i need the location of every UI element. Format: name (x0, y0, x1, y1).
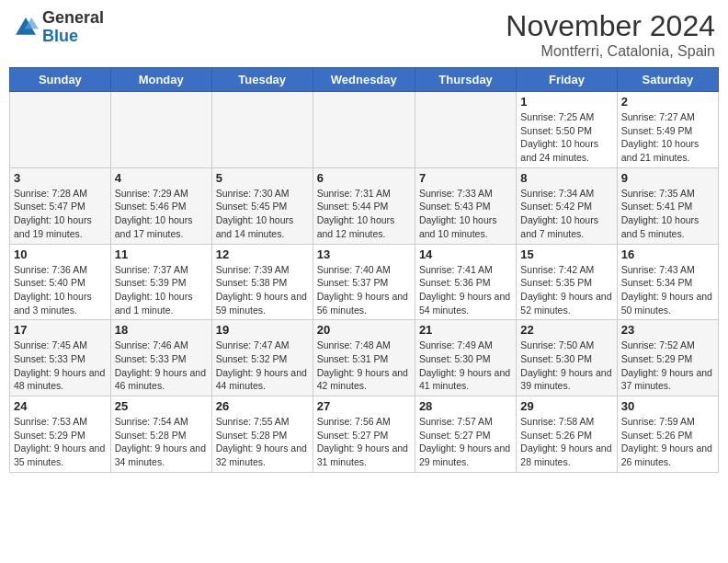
calendar-day-cell (110, 92, 211, 168)
calendar-day-header: Tuesday (211, 68, 313, 92)
day-info: Sunrise: 7:36 AM Sunset: 5:40 PM Dayligh… (14, 263, 107, 317)
day-info: Sunrise: 7:41 AM Sunset: 5:36 PM Dayligh… (419, 263, 512, 317)
calendar-week-row: 10Sunrise: 7:36 AM Sunset: 5:40 PM Dayli… (10, 244, 719, 320)
day-info: Sunrise: 7:37 AM Sunset: 5:39 PM Dayligh… (115, 263, 208, 317)
calendar-day-cell: 18Sunrise: 7:46 AM Sunset: 5:33 PM Dayli… (110, 320, 211, 396)
day-number: 14 (419, 247, 512, 261)
day-info: Sunrise: 7:58 AM Sunset: 5:26 PM Dayligh… (520, 415, 612, 469)
logo: General Blue (13, 9, 104, 46)
day-number: 18 (115, 323, 208, 337)
calendar-day-header: Friday (517, 68, 617, 92)
day-number: 21 (419, 323, 512, 337)
calendar-day-cell: 15Sunrise: 7:42 AM Sunset: 5:35 PM Dayli… (517, 244, 617, 320)
day-number: 7 (419, 171, 512, 185)
calendar-day-cell (211, 92, 313, 168)
calendar-day-cell: 10Sunrise: 7:36 AM Sunset: 5:40 PM Dayli… (10, 244, 111, 320)
calendar-week-row: 24Sunrise: 7:53 AM Sunset: 5:29 PM Dayli… (10, 396, 719, 473)
page-header: General Blue November 2024 Montferri, Ca… (9, 9, 719, 60)
day-info: Sunrise: 7:35 AM Sunset: 5:41 PM Dayligh… (621, 187, 714, 241)
calendar-day-cell: 9Sunrise: 7:35 AM Sunset: 5:41 PM Daylig… (617, 167, 718, 244)
day-info: Sunrise: 7:57 AM Sunset: 5:27 PM Dayligh… (419, 415, 512, 469)
calendar-day-header: Wednesday (313, 68, 415, 92)
day-info: Sunrise: 7:46 AM Sunset: 5:33 PM Dayligh… (115, 339, 208, 393)
day-info: Sunrise: 7:54 AM Sunset: 5:28 PM Dayligh… (115, 415, 208, 469)
calendar-day-cell: 30Sunrise: 7:59 AM Sunset: 5:26 PM Dayli… (617, 396, 718, 473)
logo-blue-text: Blue (42, 28, 104, 46)
day-number: 3 (14, 171, 107, 185)
day-number: 19 (216, 323, 309, 337)
day-number: 12 (216, 247, 309, 261)
day-number: 17 (14, 323, 107, 337)
day-info: Sunrise: 7:56 AM Sunset: 5:27 PM Dayligh… (317, 415, 411, 469)
day-info: Sunrise: 7:47 AM Sunset: 5:32 PM Dayligh… (216, 339, 309, 393)
day-number: 25 (115, 399, 208, 413)
day-info: Sunrise: 7:31 AM Sunset: 5:44 PM Dayligh… (317, 187, 411, 241)
calendar-day-cell: 1Sunrise: 7:25 AM Sunset: 5:50 PM Daylig… (517, 92, 617, 168)
day-number: 26 (216, 399, 309, 413)
day-number: 22 (520, 323, 612, 337)
calendar-week-row: 3Sunrise: 7:28 AM Sunset: 5:47 PM Daylig… (10, 167, 719, 244)
calendar-day-cell: 8Sunrise: 7:34 AM Sunset: 5:42 PM Daylig… (517, 167, 617, 244)
day-info: Sunrise: 7:42 AM Sunset: 5:35 PM Dayligh… (520, 263, 612, 317)
day-info: Sunrise: 7:49 AM Sunset: 5:30 PM Dayligh… (419, 339, 512, 393)
day-number: 28 (419, 399, 512, 413)
day-info: Sunrise: 7:52 AM Sunset: 5:29 PM Dayligh… (621, 339, 714, 393)
day-number: 4 (115, 171, 208, 185)
calendar-day-header: Saturday (617, 68, 718, 92)
calendar-day-cell: 23Sunrise: 7:52 AM Sunset: 5:29 PM Dayli… (617, 320, 718, 396)
calendar-day-cell (10, 92, 111, 168)
day-number: 9 (621, 171, 714, 185)
month-title: November 2024 (506, 9, 715, 43)
day-info: Sunrise: 7:30 AM Sunset: 5:45 PM Dayligh… (216, 187, 309, 241)
day-info: Sunrise: 7:59 AM Sunset: 5:26 PM Dayligh… (621, 415, 714, 469)
calendar-day-cell: 27Sunrise: 7:56 AM Sunset: 5:27 PM Dayli… (313, 396, 415, 473)
calendar-day-cell: 25Sunrise: 7:54 AM Sunset: 5:28 PM Dayli… (110, 396, 211, 473)
calendar-day-cell: 7Sunrise: 7:33 AM Sunset: 5:43 PM Daylig… (415, 167, 516, 244)
calendar-day-cell: 29Sunrise: 7:58 AM Sunset: 5:26 PM Dayli… (517, 396, 617, 473)
day-number: 11 (115, 247, 208, 261)
title-section: November 2024 Montferri, Catalonia, Spai… (506, 9, 715, 60)
calendar-day-cell: 24Sunrise: 7:53 AM Sunset: 5:29 PM Dayli… (10, 396, 111, 473)
calendar-day-cell: 17Sunrise: 7:45 AM Sunset: 5:33 PM Dayli… (10, 320, 111, 396)
day-number: 6 (317, 171, 411, 185)
day-info: Sunrise: 7:40 AM Sunset: 5:37 PM Dayligh… (317, 263, 411, 317)
day-info: Sunrise: 7:53 AM Sunset: 5:29 PM Dayligh… (14, 415, 107, 469)
calendar-day-cell: 28Sunrise: 7:57 AM Sunset: 5:27 PM Dayli… (415, 396, 516, 473)
day-info: Sunrise: 7:27 AM Sunset: 5:49 PM Dayligh… (621, 110, 714, 165)
calendar-day-cell: 12Sunrise: 7:39 AM Sunset: 5:38 PM Dayli… (211, 244, 313, 320)
calendar-week-row: 1Sunrise: 7:25 AM Sunset: 5:50 PM Daylig… (10, 92, 719, 168)
day-info: Sunrise: 7:39 AM Sunset: 5:38 PM Dayligh… (216, 263, 309, 317)
calendar-day-cell (313, 92, 415, 168)
day-number: 8 (520, 171, 612, 185)
calendar-day-header: Thursday (415, 68, 516, 92)
day-info: Sunrise: 7:34 AM Sunset: 5:42 PM Dayligh… (520, 187, 612, 241)
day-number: 23 (621, 323, 714, 337)
calendar-day-cell: 5Sunrise: 7:30 AM Sunset: 5:45 PM Daylig… (211, 167, 313, 244)
calendar-day-cell: 13Sunrise: 7:40 AM Sunset: 5:37 PM Dayli… (313, 244, 415, 320)
day-number: 24 (14, 399, 107, 413)
calendar-day-cell: 11Sunrise: 7:37 AM Sunset: 5:39 PM Dayli… (110, 244, 211, 320)
day-number: 5 (216, 171, 309, 185)
logo-general-text: General (42, 9, 104, 28)
day-number: 30 (621, 399, 714, 413)
day-number: 16 (621, 247, 714, 261)
calendar-day-cell: 6Sunrise: 7:31 AM Sunset: 5:44 PM Daylig… (313, 167, 415, 244)
day-number: 1 (520, 95, 612, 109)
calendar-header-row: SundayMondayTuesdayWednesdayThursdayFrid… (10, 68, 719, 92)
day-number: 13 (317, 247, 411, 261)
calendar-day-cell: 2Sunrise: 7:27 AM Sunset: 5:49 PM Daylig… (617, 92, 718, 168)
calendar-day-cell: 3Sunrise: 7:28 AM Sunset: 5:47 PM Daylig… (10, 167, 111, 244)
calendar-day-cell: 26Sunrise: 7:55 AM Sunset: 5:28 PM Dayli… (211, 396, 313, 473)
location: Montferri, Catalonia, Spain (506, 43, 715, 60)
day-number: 29 (520, 399, 612, 413)
calendar-day-cell: 19Sunrise: 7:47 AM Sunset: 5:32 PM Dayli… (211, 320, 313, 396)
logo-icon (13, 15, 39, 40)
calendar-week-row: 17Sunrise: 7:45 AM Sunset: 5:33 PM Dayli… (10, 320, 719, 396)
day-info: Sunrise: 7:48 AM Sunset: 5:31 PM Dayligh… (317, 339, 411, 393)
logo-text: General Blue (42, 9, 104, 46)
day-number: 2 (621, 95, 714, 109)
calendar-day-cell: 22Sunrise: 7:50 AM Sunset: 5:30 PM Dayli… (517, 320, 617, 396)
calendar-day-cell: 4Sunrise: 7:29 AM Sunset: 5:46 PM Daylig… (110, 167, 211, 244)
day-info: Sunrise: 7:43 AM Sunset: 5:34 PM Dayligh… (621, 263, 714, 317)
calendar-day-cell: 20Sunrise: 7:48 AM Sunset: 5:31 PM Dayli… (313, 320, 415, 396)
